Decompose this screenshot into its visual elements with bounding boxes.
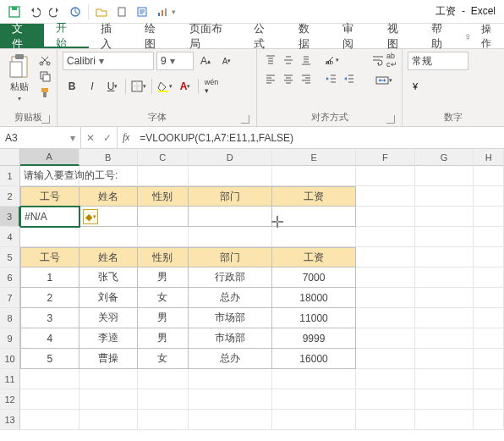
fx-icon[interactable]: fx (118, 127, 134, 148)
cell-A8[interactable]: 3 (20, 308, 79, 328)
cell-D10[interactable]: 总办 (189, 349, 272, 369)
column-header-F[interactable]: F (356, 149, 415, 166)
cell-B2[interactable]: 姓名 (79, 186, 139, 207)
cell-D8[interactable]: 市场部 (189, 308, 272, 328)
cell-G3[interactable] (415, 207, 474, 227)
row-header-7[interactable]: 7 (0, 288, 20, 308)
cell-D5[interactable]: 部门 (189, 247, 272, 267)
borders-icon[interactable]: ▾ (129, 77, 148, 96)
cell-F4[interactable] (356, 227, 415, 247)
cell-F1[interactable] (356, 166, 414, 186)
cell-D12[interactable] (189, 389, 272, 410)
cell-F12[interactable] (356, 389, 415, 410)
cell-C12[interactable] (138, 389, 189, 410)
properties-icon[interactable] (133, 3, 151, 21)
cell-C5[interactable]: 性别 (138, 247, 189, 267)
cell-A3[interactable]: #N/A (20, 207, 79, 227)
cell-A10[interactable]: 5 (20, 349, 79, 369)
tab-page-layout[interactable]: 页面布局 (178, 24, 243, 48)
cell-H4[interactable] (474, 227, 504, 247)
decrease-indent-icon[interactable] (323, 70, 340, 87)
row-header-2[interactable]: 2 (0, 186, 20, 207)
cell-F13[interactable] (356, 410, 415, 430)
cell-G11[interactable] (415, 369, 474, 389)
cell-H6[interactable] (474, 267, 504, 288)
column-header-B[interactable]: B (79, 149, 139, 166)
cell-B10[interactable]: 曹操 (79, 349, 139, 369)
column-header-E[interactable]: E (272, 149, 356, 166)
undo-icon[interactable] (25, 3, 44, 21)
cell-H3[interactable] (474, 207, 504, 227)
column-header-G[interactable]: G (415, 149, 474, 166)
open-icon[interactable] (92, 3, 111, 21)
enter-icon[interactable]: ✓ (103, 132, 112, 144)
cell-A6[interactable]: 1 (20, 267, 79, 288)
cell-B9[interactable]: 李逵 (79, 328, 139, 349)
font-size-combo[interactable]: 9▾ (156, 52, 194, 70)
number-format-combo[interactable]: 常规 (408, 52, 468, 70)
row-header-12[interactable]: 12 (0, 389, 20, 410)
cell-F2[interactable] (356, 186, 415, 207)
cell-E13[interactable] (272, 410, 356, 430)
cell-B5[interactable]: 姓名 (79, 247, 139, 267)
chart-icon[interactable] (153, 3, 172, 21)
row-header-6[interactable]: 6 (0, 267, 20, 288)
row-header-13[interactable]: 13 (0, 410, 20, 430)
cancel-icon[interactable]: ✕ (86, 132, 95, 144)
cell-G10[interactable] (415, 349, 474, 369)
cell-A9[interactable]: 4 (20, 328, 79, 349)
orientation-icon[interactable]: ab▾ (323, 52, 340, 69)
cell-A4[interactable] (20, 227, 79, 247)
row-header-4[interactable]: 4 (0, 227, 20, 247)
cell-G12[interactable] (415, 389, 474, 410)
cell-H8[interactable] (474, 308, 504, 328)
accounting-format-icon[interactable]: ¥ (408, 77, 426, 96)
cell-F11[interactable] (356, 369, 415, 389)
cell-H11[interactable] (474, 369, 504, 389)
cell-E3[interactable] (272, 207, 356, 227)
cell-D7[interactable]: 总办 (189, 288, 272, 308)
tab-view[interactable]: 视图 (375, 24, 419, 48)
align-center-icon[interactable] (280, 70, 297, 87)
merge-center-icon[interactable]: ▾ (371, 72, 397, 89)
cell-A1[interactable]: 请输入要查询的工号: (20, 166, 79, 186)
cell-E8[interactable]: 11000 (272, 308, 356, 328)
cell-H5[interactable] (474, 247, 504, 267)
cell-D1[interactable] (189, 166, 272, 186)
column-header-D[interactable]: D (189, 149, 272, 166)
cell-G13[interactable] (415, 410, 474, 430)
cell-D6[interactable]: 行政部 (189, 267, 272, 288)
cell-C7[interactable]: 女 (138, 288, 189, 308)
column-header-H[interactable]: H (474, 149, 504, 166)
cell-C6[interactable]: 男 (138, 267, 189, 288)
phonetic-icon[interactable]: wén▾ (202, 77, 221, 96)
cell-B12[interactable] (79, 389, 139, 410)
cell-H9[interactable] (474, 328, 504, 349)
cell-G7[interactable] (415, 288, 474, 308)
cell-H12[interactable] (474, 389, 504, 410)
column-header-C[interactable]: C (138, 149, 189, 166)
cell-D3[interactable] (189, 207, 272, 227)
cell-C10[interactable]: 女 (138, 349, 189, 369)
row-header-11[interactable]: 11 (0, 369, 20, 389)
sync-icon[interactable] (66, 3, 85, 21)
tab-review[interactable]: 审阅 (331, 24, 375, 48)
cell-H7[interactable] (474, 288, 504, 308)
dialog-launcher-icon[interactable] (241, 115, 249, 124)
cell-F9[interactable] (356, 328, 415, 349)
decrease-font-icon[interactable]: A▾ (217, 52, 236, 70)
dialog-launcher-icon[interactable] (386, 115, 395, 124)
cell-E1[interactable] (272, 166, 356, 186)
row-header-1[interactable]: 1 (0, 166, 20, 186)
cell-D4[interactable] (189, 227, 272, 247)
cell-F10[interactable] (356, 349, 415, 369)
cell-A13[interactable] (20, 410, 79, 430)
cell-G6[interactable] (415, 267, 474, 288)
cell-E6[interactable]: 7000 (272, 267, 356, 288)
underline-button[interactable]: U▾ (103, 77, 122, 96)
wrap-text-icon[interactable]: abc↵ (371, 52, 397, 69)
cell-D13[interactable] (189, 410, 272, 430)
cell-B13[interactable] (79, 410, 139, 430)
align-bottom-icon[interactable] (298, 52, 315, 69)
row-header-9[interactable]: 9 (0, 328, 20, 349)
